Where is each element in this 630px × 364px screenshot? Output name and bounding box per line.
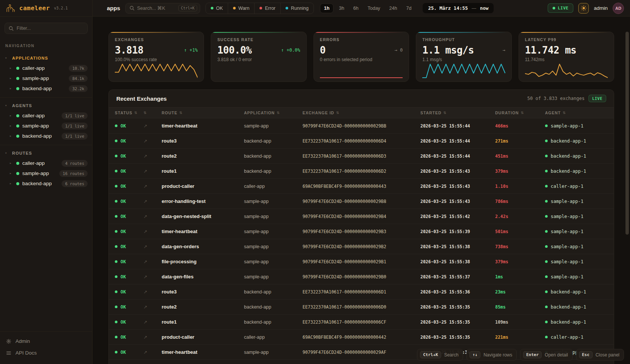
time-range-24h[interactable]: 24h (386, 4, 401, 13)
column-header-status[interactable]: STATUS⇅ (115, 111, 144, 115)
nav-item-badge: 4 routes (62, 160, 88, 167)
table-row[interactable]: OK↗product-callercaller-app69AC90BF8EBC4… (109, 179, 614, 194)
nav-section-header-agents[interactable]: ▾AGENTS (0, 101, 92, 111)
sidebar-item-sample-app[interactable]: ▸sample-app16 routes (0, 168, 92, 178)
status-cell: OK (115, 244, 144, 249)
open-detail-icon[interactable]: ↗ (144, 350, 162, 355)
column-header-exchange-id[interactable]: EXCHANGE ID⇅ (303, 111, 420, 115)
ok-dot-icon (115, 260, 117, 263)
table-row[interactable]: OK↗route1backend-appEE7322370A10617-0000… (109, 315, 614, 330)
sparkline-chart (525, 63, 608, 78)
sort-icon: ⇅ (179, 111, 183, 115)
open-detail-icon[interactable]: ↗ (144, 184, 162, 189)
open-detail-icon[interactable]: ↗ (144, 123, 162, 129)
table-row[interactable]: OK↗route2backend-appEE7322370A10617-0000… (109, 149, 614, 164)
sidebar-item-backend-app[interactable]: ▸backend-app6 routes (0, 178, 92, 189)
column-header-expand[interactable]: ⇅ (144, 111, 162, 115)
stat-card-success-rate: SUCCESS RATE100.0%↑ +0.0%3.818 ok / 0 er… (211, 32, 306, 82)
nav-item-badge: 10.7k (69, 65, 88, 72)
open-detail-icon[interactable]: ↗ (144, 289, 162, 295)
hint-label: Search (444, 352, 459, 358)
table-row[interactable]: OK↗timer-heartbeatsample-app90799F47E6CD… (109, 224, 614, 239)
exchange-id-cell: EE7322370A10617-00000000000006D3 (303, 154, 420, 159)
section-title: ROUTES (12, 151, 32, 155)
open-detail-icon[interactable]: ↗ (144, 154, 162, 159)
table-row[interactable]: OK↗data-gen-nested-splitsample-app90799F… (109, 209, 614, 224)
sidebar-item-backend-app[interactable]: ▸backend-app32.2k (0, 83, 92, 94)
table-row[interactable]: OK↗route1backend-appEE7322370A10617-0000… (109, 164, 614, 179)
ok-dot-icon (115, 200, 117, 203)
table-row[interactable]: OK↗data-gen-filessample-app90799F47E6CD2… (109, 269, 614, 284)
open-detail-icon[interactable]: ↗ (144, 274, 162, 280)
sidebar-item-sample-app[interactable]: ▸sample-app1/1 live (0, 121, 92, 131)
open-detail-icon[interactable]: ↗ (144, 138, 162, 144)
card-delta: ↑ +0.0% (281, 48, 300, 53)
nav-item-badge: 16 routes (59, 170, 88, 177)
column-header-agent[interactable]: AGENT⇅ (545, 111, 614, 115)
sidebar-item-backend-app[interactable]: ▸backend-app1/1 live (0, 131, 92, 141)
open-detail-icon[interactable]: ↗ (144, 304, 162, 310)
time-range-1h[interactable]: 1h (320, 3, 334, 13)
status-value: OK (120, 199, 126, 204)
avatar[interactable]: AD (613, 3, 624, 14)
status-dot-icon (16, 87, 19, 90)
table-row[interactable]: OK↗route3backend-appEE7322370A10617-0000… (109, 134, 614, 149)
sidebar-item-caller-app[interactable]: ▸caller-app10.7k (0, 63, 92, 73)
column-header-label: APPLICATION (244, 111, 275, 115)
open-detail-icon[interactable]: ↗ (144, 244, 162, 249)
column-header-route[interactable]: ROUTE⇅ (162, 111, 244, 115)
status-cell: OK (115, 138, 144, 144)
table-row[interactable]: OK↗route2backend-appEE7322370A10617-0000… (109, 299, 614, 315)
open-detail-icon[interactable]: ↗ (144, 169, 162, 174)
column-header-duration[interactable]: DURATION⇅ (495, 111, 545, 115)
status-filter-error[interactable]: Error (254, 3, 280, 14)
status-filter-running[interactable]: Running (280, 3, 313, 14)
live-toggle[interactable]: LIVE (548, 3, 574, 13)
gear-icon (6, 339, 11, 344)
status-value: OK (120, 319, 126, 325)
status-cell: OK (115, 259, 144, 264)
sidebar-item-caller-app[interactable]: ▸caller-app1/1 live (0, 111, 92, 121)
scrollbar-thumb[interactable] (625, 32, 629, 235)
ok-dot-icon (115, 245, 117, 248)
table-row[interactable]: OK↗error-handling-testsample-app90799F47… (109, 194, 614, 209)
table-row[interactable]: OK↗timer-heartbeatsample-app90799F47E6CD… (109, 118, 614, 134)
time-range-3h[interactable]: 3h (335, 4, 348, 13)
table-row[interactable]: OK↗data-gen-orderssample-app90799F47E6CD… (109, 239, 614, 254)
open-detail-icon[interactable]: ↗ (144, 319, 162, 325)
time-range-6h[interactable]: 6h (349, 4, 362, 13)
sidebar-item-caller-app[interactable]: ▸caller-app4 routes (0, 158, 92, 168)
status-dot-icon (286, 7, 288, 9)
application-cell: caller-app (244, 184, 303, 189)
open-detail-icon[interactable]: ↗ (144, 229, 162, 234)
search-input[interactable]: Search... ⌘K Ctrl+K (125, 3, 200, 14)
status-cell: OK (115, 169, 144, 174)
date-range-display[interactable]: 25. März 14:55 — now (423, 3, 494, 13)
sidebar-footer-admin[interactable]: Admin (0, 335, 92, 347)
nav-section-header-routes[interactable]: ▾ROUTES (0, 148, 92, 158)
application-cell: sample-app (244, 350, 303, 355)
status-filter-ok[interactable]: OK (206, 3, 228, 14)
sidebar-footer-api-docs[interactable]: API Docs (0, 347, 92, 359)
status-filter-warn[interactable]: Warn (228, 3, 254, 14)
table-row[interactable]: OK↗product-callercaller-app69AC90BF8EBC4… (109, 330, 614, 345)
open-detail-icon[interactable]: ↗ (144, 214, 162, 219)
column-header-started[interactable]: STARTED⇅ (420, 111, 495, 115)
sidebar-filter-input[interactable]: Filter... (5, 23, 88, 34)
route-cell: product-caller (162, 334, 244, 340)
duration-cell: 451ms (495, 154, 545, 159)
nav-section-header-applications[interactable]: ▾APPLICATIONS (0, 53, 92, 63)
column-header-application[interactable]: APPLICATION⇅ (244, 111, 303, 115)
open-detail-icon[interactable]: ↗ (144, 335, 162, 340)
hint-search: Ctrl+KSearch (417, 349, 463, 361)
open-detail-icon[interactable]: ↗ (144, 259, 162, 264)
time-range-today[interactable]: Today (364, 4, 384, 13)
table-row[interactable]: OK↗route3backend-appEE7322370A10617-0000… (109, 284, 614, 299)
scrollbar-track[interactable] (625, 18, 629, 364)
table-row[interactable]: OK↗file-processingsample-app90799F47E6CD… (109, 254, 614, 269)
open-detail-icon[interactable]: ↗ (144, 199, 162, 204)
time-range-7d[interactable]: 7d (402, 4, 415, 13)
sidebar-item-sample-app[interactable]: ▸sample-app84.1k (0, 73, 92, 83)
theme-toggle-button[interactable] (578, 3, 589, 14)
started-cell: 2026-03-25 15:55:38 (420, 244, 495, 249)
